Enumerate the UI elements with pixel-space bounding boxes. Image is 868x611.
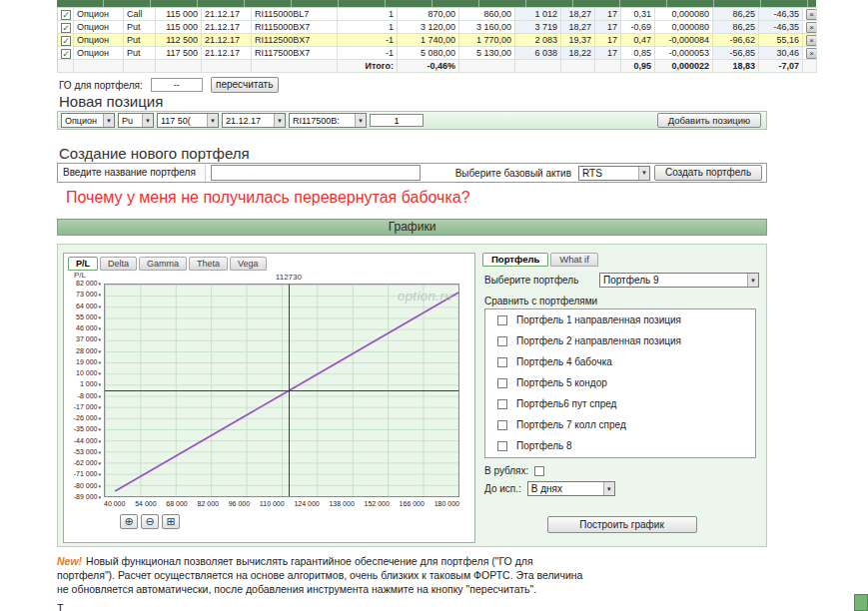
chart-tab[interactable]: P/L: [68, 257, 98, 271]
x-tick-label: 124 000: [294, 500, 319, 507]
compare-label: Сравнить с портфелями: [484, 296, 597, 306]
cell-delta: 0,85: [621, 47, 655, 60]
x-tick-label: 138 000: [329, 500, 354, 507]
chart-tab[interactable]: Vega: [230, 257, 267, 271]
zoom-reset-button[interactable]: ⊞: [162, 514, 180, 529]
cell-strike: 112 500: [156, 34, 202, 47]
row-checkbox-cell[interactable]: [58, 47, 74, 60]
row-checkbox[interactable]: [61, 10, 71, 20]
recalculate-button[interactable]: пересчитать: [211, 77, 279, 93]
compare-checkbox[interactable]: [497, 420, 507, 430]
compare-checkbox[interactable]: [497, 378, 507, 388]
cell-theo-price: 1 012: [515, 8, 561, 21]
compare-portfolio-item[interactable]: Портфель 5 кондор: [485, 372, 755, 393]
row-checkbox[interactable]: [61, 23, 71, 33]
y-tick-label: -71 000: [74, 470, 101, 478]
cell-days: 17: [595, 21, 621, 34]
quantity-input[interactable]: [370, 114, 424, 127]
cell-gamma: -0,000084: [655, 34, 713, 47]
row-checkbox-cell[interactable]: [58, 21, 74, 34]
row-checkbox-cell[interactable]: [58, 34, 74, 47]
delete-row-button[interactable]: ×: [806, 35, 817, 46]
y-tick-label: 82 000: [76, 280, 101, 288]
cell-option-side: Put: [124, 47, 156, 60]
portfolio-panel: ПортфельWhat if Выберите портфель Портфе…: [480, 253, 763, 543]
go-label: ГО для портфеля:: [59, 80, 143, 91]
compare-portfolio-item[interactable]: Портфель 2 направленная позиция: [485, 330, 755, 351]
row-checkbox[interactable]: [61, 36, 71, 46]
base-asset-label: Выберите базовый актив: [426, 168, 578, 179]
rubles-checkbox[interactable]: [534, 466, 544, 476]
delete-row-button[interactable]: ×: [806, 9, 817, 20]
compare-checkbox[interactable]: [497, 315, 507, 325]
cell-code: RI115000BL7: [252, 8, 338, 21]
portfolio-select[interactable]: Портфель 9: [599, 273, 759, 288]
expiry-mode-select[interactable]: В днях: [527, 481, 615, 496]
plot-area[interactable]: 112730 option.ru: [104, 284, 459, 497]
chart-tab[interactable]: Gamma: [139, 257, 187, 271]
portfolio-tab[interactable]: What if: [550, 253, 598, 267]
compare-portfolio-item[interactable]: Портфель 8: [485, 435, 755, 456]
chart-tabs: P/LDeltaGammaThetaVega: [68, 257, 269, 271]
compare-portfolio-item[interactable]: Портфель 4 бабочка: [485, 351, 755, 372]
delete-cell[interactable]: ×: [803, 47, 817, 60]
delete-cell[interactable]: ×: [803, 34, 817, 47]
new-position-strip: Опцион Pu 117 50( 21.12.17 RI117500B: До…: [57, 111, 767, 130]
totals-label: Итого:: [338, 60, 398, 73]
compare-checkbox[interactable]: [497, 336, 507, 346]
portfolio-name-input[interactable]: [211, 165, 421, 181]
compare-portfolio-label: Портфель 1 направленная позиция: [516, 314, 681, 325]
cell-code: RI117500BX7: [252, 47, 338, 60]
portfolio-select-label: Выберите портфель: [484, 275, 578, 286]
row-checkbox[interactable]: [61, 49, 71, 59]
build-chart-button[interactable]: Построить график: [547, 516, 697, 533]
compare-portfolio-label: Портфель 4 бабочка: [516, 356, 612, 367]
charts-header: Графики: [57, 219, 767, 236]
compare-portfolio-item[interactable]: Портфель6 пут спред: [485, 393, 755, 414]
scrollbar-corner[interactable]: [854, 594, 868, 611]
row-checkbox-cell[interactable]: [58, 8, 74, 21]
option-side-select[interactable]: Pu: [118, 113, 154, 128]
crosshair-horizontal: [105, 390, 458, 391]
cell-days: 17: [595, 34, 621, 47]
table-header-clipped: [57, 0, 816, 7]
delete-row-button[interactable]: ×: [806, 48, 817, 59]
expiry-mode-row: До исп.: В днях: [484, 481, 615, 496]
y-tick-label: 10 000: [76, 369, 101, 377]
base-asset-select[interactable]: RTS: [578, 166, 650, 181]
compare-portfolio-item[interactable]: Портфель 1 направленная позиция: [485, 309, 755, 330]
cell-expiry: 21.12.17: [202, 34, 252, 47]
cell-theo-price: 3 719: [515, 21, 561, 34]
y-axis-labels: 82 00073 00064 00055 00046 00037 00028 0…: [64, 280, 101, 501]
portfolio-tab[interactable]: Портфель: [482, 253, 548, 267]
chart-tab[interactable]: Delta: [100, 257, 137, 271]
delete-cell[interactable]: ×: [803, 8, 817, 21]
chart-tab[interactable]: Theta: [189, 257, 228, 271]
compare-checkbox[interactable]: [497, 357, 507, 367]
zoom-out-button[interactable]: ⊖: [141, 514, 159, 529]
cell-delta: 0,47: [621, 34, 655, 47]
expiry-select[interactable]: 21.12.17: [222, 113, 286, 128]
create-portfolio-button[interactable]: Создать портфель: [654, 165, 762, 181]
compare-checkbox[interactable]: [497, 399, 507, 409]
code-select[interactable]: RI117500B:: [289, 113, 367, 128]
y-tick-label: -53 000: [74, 448, 101, 456]
cell-theo-price: 2 083: [515, 34, 561, 47]
zoom-in-button[interactable]: ⊕: [120, 514, 138, 529]
cell-iv: 18,27: [561, 8, 595, 21]
cell-theta: -56,85: [713, 47, 759, 60]
compare-checkbox[interactable]: [497, 441, 507, 451]
compare-portfolio-list: Портфель 1 направленная позиция Портфель…: [484, 308, 756, 458]
cell-quantity: -1: [338, 47, 398, 60]
cell-option-side: Call: [124, 8, 156, 21]
delete-row-button[interactable]: ×: [806, 22, 817, 33]
instrument-type-select[interactable]: Опцион: [61, 113, 115, 128]
y-tick-label: 64 000: [76, 303, 101, 310]
strike-select[interactable]: 117 50(: [157, 113, 219, 128]
new-position-title: Новая позиция: [59, 93, 163, 110]
add-position-button[interactable]: Добавить позицию: [657, 113, 761, 128]
cell-iv: 18,27: [561, 21, 595, 34]
y-tick-label: -8 000: [78, 392, 101, 400]
compare-portfolio-item[interactable]: Портфель 7 колл спред: [485, 414, 755, 435]
delete-cell[interactable]: ×: [803, 21, 817, 34]
